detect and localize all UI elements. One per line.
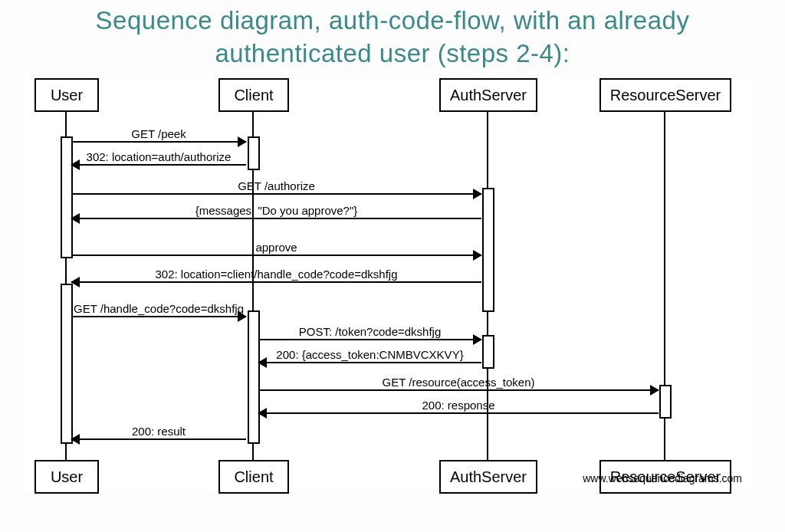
participant-resourceserver-top: ResourceServer [599, 78, 731, 112]
msg-200-access-token: 200: {access_token:CNMBVCXKVY} [258, 362, 481, 363]
activation-client-1 [248, 136, 260, 170]
activation-user-2 [61, 284, 73, 444]
msg-get-peek: GET /peek [71, 141, 246, 143]
msg-200-response: 200: response [258, 412, 659, 414]
participant-authserver-top: AuthServer [439, 78, 537, 112]
activation-resourceserver-1 [659, 385, 672, 419]
activation-authserver-1 [482, 188, 494, 312]
msg-get-handle-code: GET /handle_code?code=dkshfjg [71, 316, 246, 317]
activation-user-1 [61, 136, 73, 258]
participant-user-bottom: User [34, 460, 99, 494]
msg-approve: approve [71, 255, 481, 256]
activation-authserver-2 [482, 335, 494, 369]
msg-get-resource: GET /resource(access_token) [258, 389, 659, 391]
msg-302-handle-code: 302: location=client/handle_code?code=dk… [71, 281, 481, 283]
footer-attribution: www.websequencediagrams.com [583, 472, 742, 484]
diagram-title: Sequence diagram, auth-code-flow, with a… [0, 0, 785, 71]
msg-get-authorize: GET /authorize [71, 193, 481, 195]
participant-client-top: Client [218, 78, 289, 112]
title-line-2: authenticated user (steps 2-4): [31, 38, 754, 71]
participant-user-top: User [34, 78, 99, 112]
msg-do-you-approve: {messages: "Do you approve?"} [71, 218, 481, 219]
sequence-diagram: User Client AuthServer ResourceServer Us… [23, 78, 750, 491]
participant-authserver-bottom: AuthServer [439, 460, 537, 494]
msg-200-result: 200: result [71, 438, 246, 440]
msg-post-token: POST: /token?code=dkshfjg [258, 339, 481, 340]
activation-client-2 [248, 310, 260, 444]
msg-302-authorize: 302: location=auth/authorize [71, 164, 246, 166]
participant-client-bottom: Client [218, 460, 289, 494]
title-line-1: Sequence diagram, auth-code-flow, with a… [96, 6, 690, 34]
